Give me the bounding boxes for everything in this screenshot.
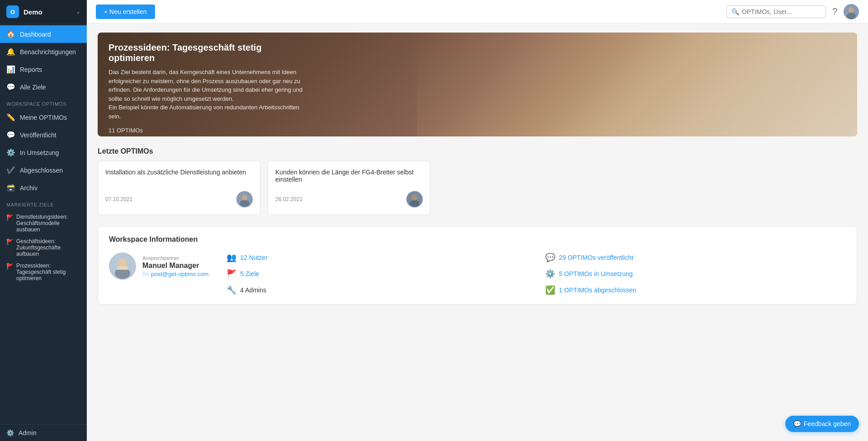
- chat-bubble-icon: 💬: [545, 253, 555, 263]
- sidebar-item-archiv[interactable]: 🗃️ Archiv: [0, 179, 87, 197]
- sidebar-item-label: Meine OPTIMOs: [20, 114, 67, 121]
- recent-cards-row: Installation als zusätzliche Dienstleist…: [98, 161, 857, 215]
- svg-point-4: [242, 195, 247, 200]
- recent-card-1[interactable]: Installation als zusätzliche Dienstleist…: [98, 161, 260, 215]
- workspace-info-section: Workspace Informationen Ansprechpartner: [98, 226, 857, 305]
- svg-rect-12: [117, 266, 128, 270]
- bookmark-item-2[interactable]: 🚩 Geschäftsideen: Zukunftsgeschäfte aufb…: [0, 235, 87, 260]
- card-avatar: [406, 191, 423, 207]
- card-footer: 07.10.2021: [105, 191, 253, 207]
- svg-point-5: [240, 200, 250, 206]
- sidebar-header[interactable]: O Demo ⌄: [0, 0, 87, 23]
- admins-text: 4 Admins: [240, 286, 266, 294]
- recent-card-2[interactable]: Kunden können die Länge der FG4-Bretter …: [268, 161, 430, 215]
- hero-bg-decoration: [417, 33, 857, 136]
- card-avatar: [236, 191, 253, 207]
- bookmark-label: Geschäftsideen: Zukunftsgeschäfte aufbau…: [16, 238, 80, 257]
- app-logo: O: [6, 5, 19, 18]
- veroeffentlicht-link[interactable]: 29 OPTIMOs veröffentlicht: [559, 254, 633, 261]
- sidebar-item-label: Dashboard: [20, 31, 51, 38]
- sidebar-item-label: Benachrichtigungen: [20, 48, 76, 56]
- chevron-icon: ⌄: [76, 9, 80, 15]
- sidebar-item-benachrichtigungen[interactable]: 🔔 Benachrichtigungen: [0, 43, 87, 61]
- bookmark-icon: 🚩: [6, 263, 13, 270]
- sidebar-item-meine-optimos[interactable]: ✏️ Meine OPTIMOs: [0, 108, 87, 126]
- help-icon[interactable]: ?: [832, 6, 837, 17]
- card-date: 26.02.2021: [275, 196, 302, 202]
- bookmark-item-1[interactable]: 🚩 Dienstleistungsideen: Geschäftsmodelle…: [0, 211, 87, 235]
- bookmark-label: Dienstleistungsideen: Geschäftsmodelle a…: [16, 214, 80, 233]
- feedback-button[interactable]: 💬 Feedback geben: [785, 416, 859, 432]
- feedback-icon: 💬: [793, 420, 801, 427]
- hero-text: Prozessideen: Tagesgeschäft stetig optim…: [98, 33, 315, 136]
- home-icon: 🏠: [6, 30, 15, 38]
- sidebar-item-label: Veröffentlicht: [20, 131, 57, 139]
- sidebar-item-label: Alle Ziele: [20, 84, 46, 91]
- sidebar-item-reports[interactable]: 📊 Reports: [0, 61, 87, 78]
- search-input[interactable]: [742, 8, 821, 15]
- stat-ziele: 🚩 5 Ziele: [226, 269, 527, 279]
- hero-image-overlay: [401, 33, 857, 136]
- workspace-section-label: Workspace OPTIMOs: [0, 96, 87, 108]
- card-title: Kunden können die Länge der FG4-Bretter …: [275, 169, 423, 183]
- bookmark-label: Prozessideen: Tagesgeschäft stetig optim…: [16, 263, 80, 281]
- workspace-section-title: Workspace Informationen: [109, 235, 846, 244]
- contact-avatar: [109, 253, 136, 280]
- hero-title: Prozessideen: Tagesgeschäft stetig optim…: [108, 42, 304, 63]
- chart-icon: 📊: [6, 65, 15, 74]
- svg-point-1: [849, 7, 854, 13]
- contact-name: Manuel Manager: [142, 262, 208, 270]
- stats-column-1: 👥 12 Nutzer 🚩 5 Ziele 🔧 4 Admins: [226, 253, 527, 295]
- stat-admins: 🔧 4 Admins: [226, 285, 527, 295]
- sidebar-item-dashboard[interactable]: 🏠 Dashboard: [0, 25, 87, 43]
- sidebar-item-veroeffentlicht[interactable]: 💬 Veröffentlicht: [0, 126, 87, 144]
- in-umsetzung-link[interactable]: 5 OPTIMOs in Umsetzung: [559, 270, 632, 277]
- admin-gear-icon: ⚙️: [6, 429, 14, 436]
- stats-column-2: 💬 29 OPTIMOs veröffentlicht ⚙️ 5 OPTIMOs…: [545, 253, 846, 295]
- sidebar-item-label: Archiv: [20, 184, 38, 192]
- nutzer-link[interactable]: 12 Nutzer: [240, 254, 268, 261]
- stat-nutzer: 👥 12 Nutzer: [226, 253, 527, 263]
- card-date: 07.10.2021: [105, 196, 132, 202]
- ziele-link[interactable]: 5 Ziele: [240, 270, 259, 277]
- sidebar-item-label: In Umsetzung: [20, 149, 59, 156]
- sidebar-nav: 🏠 Dashboard 🔔 Benachrichtigungen 📊 Repor…: [0, 23, 87, 424]
- checkmark-icon: ✅: [545, 285, 555, 295]
- stat-abgeschlossen: ✅ 1 OPTIMOs abgeschlossen: [545, 285, 846, 295]
- sidebar-item-in-umsetzung[interactable]: ⚙️ In Umsetzung: [0, 144, 87, 161]
- hero-count: 11 OPTIMOs: [108, 127, 304, 134]
- app-brand: Demo: [24, 8, 76, 16]
- admin-label: Admin: [19, 429, 37, 436]
- admin-nav-item[interactable]: ⚙️ Admin: [0, 424, 87, 441]
- envelope-icon: ✉️: [142, 271, 149, 277]
- card-footer: 26.02.2021: [275, 191, 423, 207]
- main-content: Prozessideen: Tagesgeschäft stetig optim…: [87, 23, 868, 441]
- gear-icon: ⚙️: [6, 148, 15, 157]
- hero-banner[interactable]: Prozessideen: Tagesgeschäft stetig optim…: [98, 33, 857, 136]
- marked-section-label: Markierte Ziele: [0, 197, 87, 209]
- abgeschlossen-link[interactable]: 1 OPTIMOs abgeschlossen: [559, 286, 636, 294]
- main-area: + Neu erstellen 🔍 ? Prozessideen: Tagesg…: [87, 0, 868, 441]
- bookmark-item-3[interactable]: 🚩 Prozessideen: Tagesgeschäft stetig opt…: [0, 260, 87, 284]
- contact-label: Ansprechpartner: [142, 255, 208, 261]
- sidebar-item-label: Reports: [20, 66, 42, 73]
- user-avatar[interactable]: [844, 4, 859, 19]
- hero-description: Das Ziel besteht darin, das Kerngeschäft…: [108, 68, 304, 121]
- chat-icon: 💬: [6, 131, 15, 139]
- bell-icon: 🔔: [6, 47, 15, 56]
- feedback-label: Feedback geben: [804, 420, 851, 427]
- users-icon: 👥: [226, 253, 236, 263]
- topbar: + Neu erstellen 🔍 ?: [87, 0, 868, 23]
- sidebar: O Demo ⌄ 🏠 Dashboard 🔔 Benachrichtigunge…: [0, 0, 87, 441]
- email-link[interactable]: post@get-optimo.com: [151, 271, 208, 277]
- search-box[interactable]: 🔍: [726, 5, 826, 18]
- bookmark-icon: 🚩: [6, 239, 13, 245]
- check-icon: ✔️: [6, 166, 15, 174]
- topbar-left: + Neu erstellen: [96, 5, 155, 19]
- archive-icon: 🗃️: [6, 183, 15, 192]
- sidebar-item-abgeschlossen[interactable]: ✔️ Abgeschlossen: [0, 161, 87, 179]
- card-title: Installation als zusätzliche Dienstleist…: [105, 169, 253, 176]
- new-button[interactable]: + Neu erstellen: [96, 5, 155, 19]
- sidebar-item-alle-ziele[interactable]: 💬 Alle Ziele: [0, 78, 87, 96]
- topbar-right: 🔍 ?: [726, 4, 859, 19]
